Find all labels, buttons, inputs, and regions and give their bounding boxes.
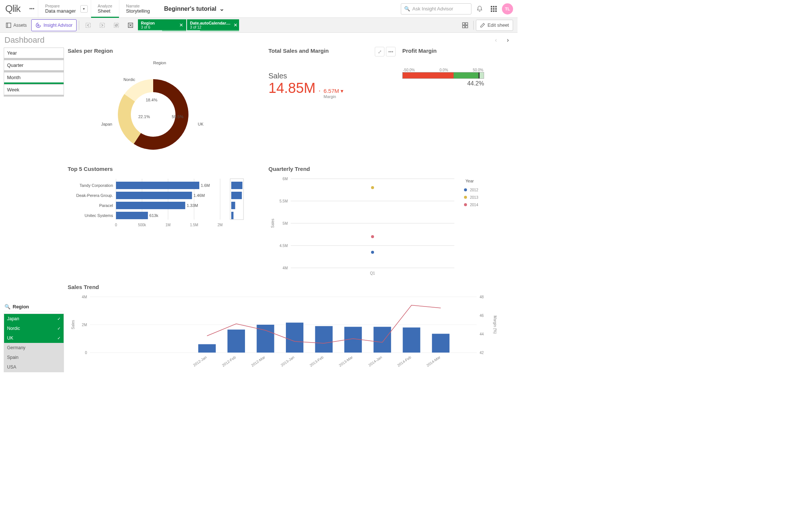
nav-tab-analyze[interactable]: Analyze Sheet bbox=[91, 0, 119, 17]
region-name: USA bbox=[7, 364, 16, 370]
insight-search[interactable]: 🔍 Ask Insight Advisor bbox=[401, 3, 471, 14]
kpi-total-sales-margin[interactable]: Total Sales and Margin ⤢ ••• Sales 14.85… bbox=[268, 48, 395, 162]
svg-text:0: 0 bbox=[85, 351, 87, 355]
svg-text:1.5M: 1.5M bbox=[190, 223, 198, 227]
donut-label-nordic: Nordic bbox=[123, 77, 135, 82]
more-icon[interactable]: ••• bbox=[386, 47, 396, 56]
assets-button[interactable]: Assets bbox=[2, 19, 30, 31]
svg-rect-8 bbox=[495, 10, 497, 12]
chevron-down-icon: ⌄ bbox=[219, 5, 224, 12]
svg-text:2014-Feb: 2014-Feb bbox=[397, 355, 412, 367]
close-icon[interactable]: ✕ bbox=[233, 22, 238, 28]
svg-rect-5 bbox=[495, 8, 497, 10]
app-title[interactable]: Beginner's tutorial ⌄ bbox=[157, 0, 401, 17]
region-item-nordic[interactable]: Nordic✓ bbox=[4, 324, 64, 333]
svg-rect-2 bbox=[495, 6, 497, 7]
next-sheet-icon[interactable]: › bbox=[503, 35, 513, 45]
region-item-germany[interactable]: Germany bbox=[4, 343, 64, 353]
fullscreen-icon[interactable]: ⤢ bbox=[375, 47, 384, 56]
insight-label: Insight Advisor bbox=[44, 23, 72, 28]
region-item-uk[interactable]: UK✓ bbox=[4, 333, 64, 343]
svg-rect-102 bbox=[403, 328, 420, 353]
filter-month[interactable]: Month bbox=[4, 72, 64, 84]
chart-quarterly-trend[interactable]: Quarterly Trend 4M4.5M5M5.5M6MSalesQ1Yea… bbox=[268, 166, 514, 280]
svg-rect-88 bbox=[198, 344, 216, 353]
step-back-icon[interactable] bbox=[81, 19, 95, 31]
chart-top5-customers[interactable]: Top 5 Customers 0500k1M1.5M2MTandy Corpo… bbox=[68, 166, 261, 280]
svg-rect-38 bbox=[116, 182, 199, 189]
donut-label-uk: UK bbox=[198, 122, 204, 126]
top-right-tools: 🔍 Ask Insight Advisor TL bbox=[401, 0, 518, 17]
nav-tab-prepare[interactable]: Prepare Data manager ▾ bbox=[38, 0, 90, 17]
svg-text:22.1%: 22.1% bbox=[138, 114, 150, 119]
gauge-tick: -50.0% bbox=[403, 68, 415, 72]
svg-text:2013-Feb: 2013-Feb bbox=[309, 355, 325, 367]
chevron-down-icon[interactable]: ▾ bbox=[80, 5, 88, 13]
svg-text:42: 42 bbox=[480, 351, 484, 355]
svg-point-72 bbox=[464, 196, 467, 199]
nav-tab-narrate[interactable]: Narrate Storytelling bbox=[119, 0, 157, 17]
nav-tab-big: Data manager bbox=[45, 8, 75, 14]
filter-year[interactable]: Year bbox=[4, 48, 64, 60]
avatar[interactable]: TL bbox=[502, 3, 513, 14]
svg-rect-0 bbox=[491, 6, 492, 7]
selections-toolbar: Assets Insight Advisor Region 3 of 6 ✕ D… bbox=[0, 18, 518, 33]
chip-title: Date.autoCalendar.... bbox=[190, 21, 231, 25]
gauge-tick: 0.0% bbox=[439, 68, 448, 72]
svg-text:1M: 1M bbox=[165, 223, 171, 227]
svg-text:4M: 4M bbox=[82, 295, 87, 299]
svg-rect-100 bbox=[374, 327, 391, 353]
svg-rect-21 bbox=[465, 23, 468, 25]
kpi-side-label: Margin bbox=[323, 94, 344, 99]
svg-rect-13 bbox=[100, 23, 104, 27]
nav-tab-small: Analyze bbox=[98, 4, 112, 8]
chart-sales-trend[interactable]: Sales Trend 02M4M42444648SalesMargin (%)… bbox=[68, 284, 514, 372]
svg-text:59.5%: 59.5% bbox=[172, 114, 183, 119]
region-filter-search[interactable]: 🔍 Region bbox=[4, 302, 64, 311]
svg-rect-53 bbox=[231, 212, 233, 219]
clear-selection-icon[interactable] bbox=[124, 19, 137, 31]
svg-text:Unitec Systems: Unitec Systems bbox=[85, 213, 113, 218]
gauge-profit-margin[interactable]: Profit Margin -50.0% 0.0% 50.0% 44.2% bbox=[402, 48, 514, 162]
svg-rect-49 bbox=[231, 202, 235, 209]
svg-text:2012-Feb: 2012-Feb bbox=[221, 355, 237, 367]
donut-legend-title: Region bbox=[153, 61, 166, 65]
edit-sheet-button[interactable]: Edit sheet bbox=[476, 20, 513, 31]
filter-week[interactable]: Week bbox=[4, 84, 64, 97]
more-icon[interactable]: ••• bbox=[26, 0, 38, 17]
svg-text:1.46M: 1.46M bbox=[193, 193, 205, 198]
insight-advisor-button[interactable]: Insight Advisor bbox=[31, 19, 77, 31]
svg-rect-4 bbox=[493, 8, 494, 10]
down-arrow-icon: ▾ bbox=[341, 88, 344, 94]
selection-chip-region[interactable]: Region 3 of 6 ✕ bbox=[138, 19, 186, 31]
chart-sales-per-region[interactable]: Sales per Region Region 59.5% 22.1% 18.4… bbox=[68, 48, 261, 162]
svg-text:Tandy Corporation: Tandy Corporation bbox=[80, 183, 113, 188]
bookmarks-icon[interactable] bbox=[459, 19, 471, 31]
svg-rect-43 bbox=[116, 192, 192, 199]
bell-icon[interactable] bbox=[474, 3, 486, 15]
svg-rect-6 bbox=[491, 10, 492, 12]
svg-rect-51 bbox=[116, 212, 148, 219]
nav-tab-big: Storytelling bbox=[126, 8, 150, 14]
svg-text:Sales: Sales bbox=[71, 320, 75, 329]
filter-quarter[interactable]: Quarter bbox=[4, 60, 64, 72]
region-filter-list: Japan✓Nordic✓UK✓GermanySpainUSA bbox=[4, 314, 64, 372]
region-name: Nordic bbox=[7, 326, 20, 331]
svg-rect-3 bbox=[491, 8, 492, 10]
region-item-spain[interactable]: Spain bbox=[4, 353, 64, 362]
clear-all-icon[interactable] bbox=[110, 19, 123, 31]
region-name: Japan bbox=[7, 316, 19, 321]
selection-chip-date[interactable]: Date.autoCalendar.... 3 of 12 ✕ bbox=[187, 19, 239, 31]
grid-icon[interactable] bbox=[488, 3, 500, 15]
step-forward-icon[interactable] bbox=[96, 19, 109, 31]
svg-text:2012: 2012 bbox=[470, 188, 478, 192]
region-item-japan[interactable]: Japan✓ bbox=[4, 314, 64, 324]
region-filter-label: Region bbox=[13, 304, 29, 309]
kpi-label: Sales bbox=[268, 72, 395, 80]
svg-text:613k: 613k bbox=[149, 213, 158, 218]
sheet-title: Dashboard bbox=[4, 35, 491, 45]
svg-rect-94 bbox=[286, 322, 303, 353]
chip-count: 3 of 12 bbox=[190, 25, 231, 29]
close-icon[interactable]: ✕ bbox=[179, 22, 183, 28]
region-item-usa[interactable]: USA bbox=[4, 362, 64, 372]
